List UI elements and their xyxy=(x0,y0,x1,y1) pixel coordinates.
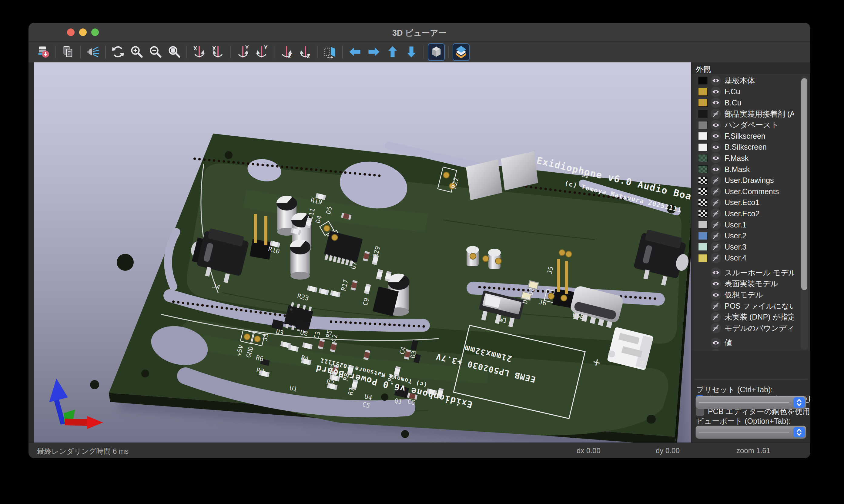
visibility-eye-icon[interactable] xyxy=(711,131,721,141)
layer-row: B.Silkscreen xyxy=(691,142,810,153)
layer-row: User.1 xyxy=(691,219,810,231)
color-swatch[interactable] xyxy=(698,99,708,107)
layer-row: User.Comments xyxy=(691,186,810,197)
color-swatch[interactable] xyxy=(698,143,708,151)
visibility-eye-off-icon[interactable] xyxy=(711,253,721,263)
move-left-button[interactable] xyxy=(347,44,363,60)
color-swatch[interactable] xyxy=(698,254,708,262)
rotate-y-counterclockwise-button[interactable]: Y xyxy=(254,44,270,60)
rotx2-icon: X xyxy=(211,45,225,59)
visibility-eye-off-icon[interactable] xyxy=(711,186,721,197)
visibility-eye-off-icon[interactable] xyxy=(711,220,721,230)
color-swatch[interactable] xyxy=(698,199,708,206)
visibility-eye-off-icon[interactable] xyxy=(711,209,721,219)
zoom-out-button[interactable] xyxy=(148,44,163,60)
color-swatch[interactable] xyxy=(698,121,708,129)
color-swatch[interactable] xyxy=(698,88,708,96)
toolbar-separator xyxy=(448,46,449,58)
mr-icon xyxy=(367,45,380,59)
visibility-eye-off-icon[interactable] xyxy=(711,242,721,252)
visibility-eye-off-icon[interactable] xyxy=(711,231,721,241)
rotate-y-clockwise-button[interactable]: Y xyxy=(235,44,251,60)
visibility-eye-icon[interactable] xyxy=(711,278,721,289)
scrollbar-track[interactable] xyxy=(800,76,808,350)
visibility-eye-off-icon[interactable] xyxy=(711,109,721,119)
layer-row: ハンダペースト xyxy=(691,119,810,130)
layer-label: ハンダペースト xyxy=(725,120,779,130)
export-board-image-button[interactable] xyxy=(35,44,51,60)
layer-label: B.Mask xyxy=(725,165,750,174)
zin-icon xyxy=(130,45,143,59)
color-swatch[interactable] xyxy=(698,232,708,240)
visibility-eye-off-icon[interactable] xyxy=(711,301,721,311)
visibility-eye-icon[interactable] xyxy=(711,164,721,175)
3d-viewer-window: 3D ビューアー XXYYZZ xyxy=(29,23,810,458)
orthographic-projection-button[interactable] xyxy=(428,44,444,60)
visibility-eye-icon[interactable] xyxy=(711,349,721,351)
model-option-label: 表面実装モデル xyxy=(725,278,778,289)
toolbar-separator xyxy=(80,46,81,58)
layer-row: User.Drawings xyxy=(691,175,810,186)
layer-row: F.Silkscreen xyxy=(691,130,810,142)
layer-list: 基板本体F.CuB.Cu部品実装用接着剤 (AdhハンダペーストF.Silksc… xyxy=(691,74,810,351)
color-swatch[interactable] xyxy=(698,154,708,162)
visibility-eye-off-icon[interactable] xyxy=(711,175,721,186)
color-swatch[interactable] xyxy=(698,243,708,251)
visibility-eye-icon[interactable] xyxy=(711,338,721,348)
move-right-button[interactable] xyxy=(366,44,382,60)
md-icon xyxy=(405,45,418,59)
visibility-eye-icon[interactable] xyxy=(711,290,721,300)
rotx1-icon: X xyxy=(192,45,206,59)
viewport-dropdown[interactable] xyxy=(696,426,806,438)
color-swatch[interactable] xyxy=(698,210,708,217)
dropdown-stepper-icon xyxy=(793,427,805,437)
visibility-eye-off-icon[interactable] xyxy=(711,312,721,322)
zoom-in-button[interactable] xyxy=(129,44,144,60)
roty2-icon: Y xyxy=(255,45,268,59)
visibility-eye-icon[interactable] xyxy=(711,75,721,86)
zoom-to-fit-button[interactable] xyxy=(167,44,182,60)
layer-row: User.4 xyxy=(691,253,810,264)
layer-label: User.2 xyxy=(725,231,746,240)
layer-label: F.Cu xyxy=(725,87,740,96)
color-swatch[interactable] xyxy=(698,77,708,85)
move-down-button[interactable] xyxy=(403,44,419,60)
visibility-eye-icon[interactable] xyxy=(711,97,721,108)
move-up-button[interactable] xyxy=(385,44,400,60)
3d-viewport[interactable]: R19C11D4D5R10R23C9R17R29U7J4J5J2R22SW1D1… xyxy=(34,62,691,443)
toolbar-separator xyxy=(342,46,343,58)
render-raytracing-button[interactable] xyxy=(85,44,101,60)
window-title: 3D ビューアー xyxy=(29,28,810,38)
model-option-row: モデルのバウンディング xyxy=(691,323,810,334)
toolbar-separator xyxy=(105,46,106,58)
visibility-eye-icon[interactable] xyxy=(711,142,721,152)
toolbar-separator xyxy=(55,46,56,58)
scrollbar-thumb[interactable] xyxy=(801,78,807,290)
color-swatch[interactable] xyxy=(698,177,708,184)
toolbar: XXYYZZ xyxy=(29,42,810,62)
rotate-z-counterclockwise-button[interactable]: Z xyxy=(297,44,313,60)
rotate-x-counterclockwise-button[interactable]: X xyxy=(210,44,226,60)
rotate-x-clockwise-button[interactable]: X xyxy=(191,44,207,60)
color-swatch[interactable] xyxy=(698,165,708,173)
copy-image-button[interactable] xyxy=(60,44,76,60)
preset-dropdown[interactable] xyxy=(696,396,806,409)
visibility-eye-icon[interactable] xyxy=(711,267,721,278)
appearance-panel-button[interactable] xyxy=(453,44,469,60)
model-option-label: POS ファイルにないモ xyxy=(725,301,794,311)
visibility-eye-icon[interactable] xyxy=(711,87,721,97)
rotate-z-clockwise-button[interactable]: Z xyxy=(279,44,294,60)
color-swatch[interactable] xyxy=(698,221,708,229)
visibility-eye-icon[interactable] xyxy=(711,120,721,130)
color-swatch[interactable] xyxy=(698,132,708,140)
viewport-label: ビューポート (Option+Tab): xyxy=(696,416,791,426)
color-swatch[interactable] xyxy=(698,187,708,195)
visibility-eye-off-icon[interactable] xyxy=(711,323,721,333)
svg-text:Z: Z xyxy=(288,53,292,58)
redraw-button[interactable] xyxy=(110,44,126,60)
flip-board-button[interactable] xyxy=(322,44,338,60)
color-swatch[interactable] xyxy=(698,110,708,118)
visibility-eye-icon[interactable] xyxy=(711,153,721,163)
visibility-eye-off-icon[interactable] xyxy=(711,197,721,208)
export-icon xyxy=(37,45,50,59)
